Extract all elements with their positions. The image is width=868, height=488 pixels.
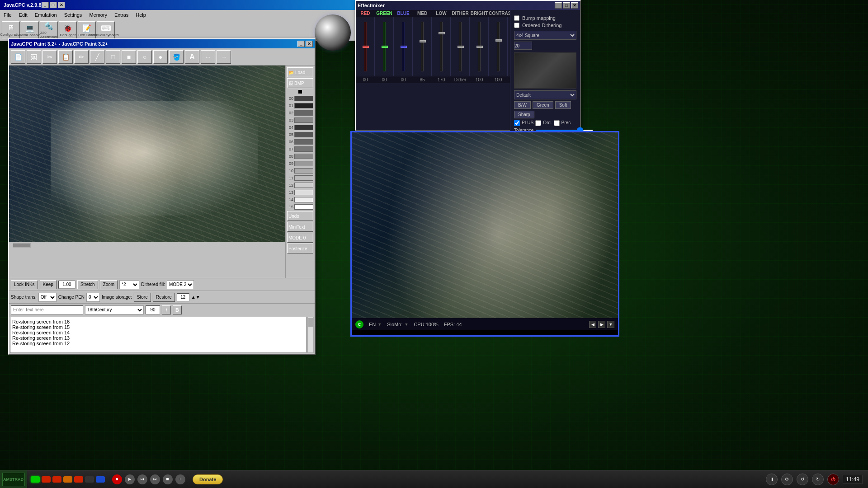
btn-minitext[interactable]: MiniText <box>287 222 313 232</box>
slider-low-thumb[interactable] <box>439 32 445 34</box>
slider-contrast-thumb[interactable] <box>495 39 502 42</box>
slider-dither-track[interactable] <box>459 22 462 71</box>
slider-dither[interactable] <box>451 17 470 76</box>
tool-cut[interactable]: ✂ <box>42 50 57 64</box>
font-select[interactable]: 18thCentury <box>85 305 144 314</box>
slider-green-track[interactable] <box>383 22 386 71</box>
em-maximize[interactable]: □ <box>563 2 570 9</box>
paint-minimize[interactable]: _ <box>297 41 305 47</box>
paint-canvas[interactable] <box>9 66 285 242</box>
close-btn[interactable]: ✕ <box>58 2 65 8</box>
media-prev[interactable]: ⏮ <box>137 474 147 484</box>
btn-load[interactable]: 📂 Load <box>287 67 313 77</box>
media-pause[interactable]: ⏸ <box>175 474 185 484</box>
tray-power[interactable]: ⏻ <box>827 474 839 485</box>
tool-ellipse-fill[interactable]: ● <box>153 50 168 64</box>
tool-text[interactable]: A <box>185 50 199 64</box>
slomo-arrow[interactable]: ▼ <box>404 322 408 327</box>
log-scrollbar[interactable] <box>307 317 314 353</box>
slider-blue-track[interactable] <box>402 22 405 71</box>
tray-refresh[interactable]: ↺ <box>797 474 808 485</box>
tray-settings[interactable]: ⚙ <box>781 474 793 485</box>
h-scrollbar-thumb[interactable] <box>13 243 31 248</box>
amstrad-logo[interactable]: AMSTRAD <box>2 473 25 486</box>
slider-med-track[interactable] <box>421 22 424 71</box>
slider-contrast-track[interactable] <box>497 22 500 71</box>
text-input[interactable] <box>11 305 83 314</box>
tool-copy[interactable]: 📋 <box>58 50 73 64</box>
off-select[interactable]: Off <box>38 293 57 302</box>
tool-line[interactable]: ╱ <box>90 50 104 64</box>
font-size-input[interactable] <box>146 305 160 314</box>
slider-green[interactable] <box>375 17 394 76</box>
restore-btn[interactable]: Restore <box>153 293 175 302</box>
emu-nav-next[interactable]: ▶ <box>598 321 605 328</box>
slider-red-track[interactable] <box>364 22 367 71</box>
plus-cb[interactable] <box>514 120 520 126</box>
soft-btn[interactable]: Soft <box>555 101 571 109</box>
toolbar-assembler[interactable]: 🔩 Z80 Assembler <box>40 21 58 39</box>
slider-low-track[interactable] <box>440 22 443 71</box>
green-btn[interactable]: Green <box>533 101 553 109</box>
emu-nav-menu[interactable]: ▼ <box>607 321 614 328</box>
slider-bright-thumb[interactable] <box>476 46 483 48</box>
btn-bmp[interactable]: 🖼 BMP <box>287 78 313 88</box>
lang-arrow[interactable]: ▼ <box>377 322 382 327</box>
emu-nav-prev[interactable]: ◀ <box>589 321 596 328</box>
tool-open[interactable]: 🖼 <box>27 50 41 64</box>
slider-blue-thumb[interactable] <box>401 46 407 48</box>
menu-settings[interactable]: Settings <box>61 11 86 19</box>
preset-select[interactable]: Default <box>514 90 576 99</box>
tool-new[interactable]: 📄 <box>11 50 25 64</box>
media-play[interactable]: ▶ <box>125 474 135 484</box>
tool-mirror[interactable]: ↔ <box>201 50 215 64</box>
pen-select[interactable]: 0 <box>86 293 100 302</box>
toolbar-virtual-keyboard[interactable]: ⌨ VirtualKeyboard <box>97 21 115 39</box>
size-input[interactable] <box>177 293 189 301</box>
toolbar-javaconsole[interactable]: 💻 JavaConsole <box>21 21 39 39</box>
menu-emulation[interactable]: Emulation <box>31 11 61 19</box>
dither-type-select[interactable]: 4x4 Square <box>514 31 576 40</box>
slider-red-thumb[interactable] <box>363 46 369 48</box>
slider-red[interactable] <box>356 17 375 76</box>
slider-green-thumb[interactable] <box>382 46 388 48</box>
bw-btn[interactable]: B/W <box>514 101 531 109</box>
menu-extras[interactable]: Extras <box>111 11 132 19</box>
lock-inks-btn[interactable]: Lock INKs <box>11 280 38 289</box>
tool-rect-outline[interactable]: □ <box>106 50 120 64</box>
slider-blue[interactable] <box>394 17 413 76</box>
menu-help[interactable]: Help <box>132 11 150 19</box>
bold-btn[interactable]: B <box>173 305 182 314</box>
log-scroll-thumb[interactable] <box>308 318 314 327</box>
menu-edit[interactable]: Edit <box>15 11 31 19</box>
slider-bright-track[interactable] <box>478 22 481 71</box>
slider-contrast[interactable] <box>489 17 508 76</box>
maximize-btn[interactable]: □ <box>50 2 57 8</box>
tray-pause[interactable]: ⏸ <box>766 474 778 485</box>
size-spinner[interactable]: ▲▼ <box>191 295 200 300</box>
media-record[interactable]: ⏺ <box>112 474 122 484</box>
italic-btn[interactable]: i <box>162 305 171 314</box>
toolbar-debugger[interactable]: 🐞 Debugger <box>59 21 77 39</box>
slider-med[interactable] <box>413 17 432 76</box>
tray-refresh2[interactable]: ↻ <box>812 474 824 485</box>
stretch-btn[interactable]: Stretch <box>77 280 98 289</box>
tool-ellipse[interactable]: ○ <box>137 50 152 64</box>
menu-memory[interactable]: Memory <box>85 11 111 19</box>
zoom-select[interactable]: *2 <box>119 280 139 289</box>
ord-cb[interactable] <box>535 120 541 126</box>
paint-close[interactable]: ✕ <box>306 41 313 47</box>
bump-mapping-cb[interactable] <box>514 15 519 21</box>
sharp-btn[interactable]: Sharp <box>514 111 534 118</box>
btn-mode0[interactable]: MODE 0 <box>287 233 313 243</box>
donate-button[interactable]: Donate <box>193 474 223 484</box>
slider-bright[interactable] <box>470 17 489 76</box>
dither-value-input[interactable] <box>514 42 532 50</box>
keep-btn[interactable]: Keep <box>40 280 57 289</box>
em-minimize[interactable]: _ <box>555 2 562 9</box>
tool-pencil[interactable]: ✏ <box>74 50 89 64</box>
tool-arrow[interactable]: → <box>217 50 231 64</box>
zoom-btn[interactable]: Zoom <box>100 280 118 289</box>
h-scrollbar[interactable] <box>9 242 285 248</box>
store-btn[interactable]: Store <box>134 293 151 302</box>
